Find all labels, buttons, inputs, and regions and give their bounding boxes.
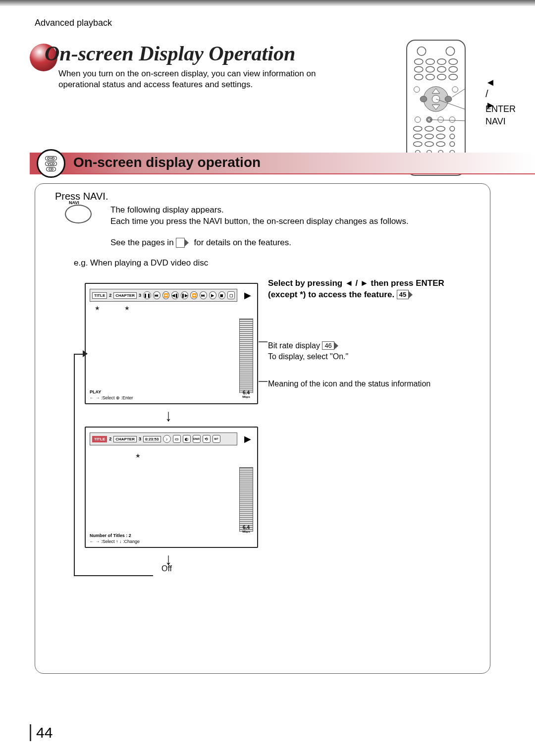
svg-point-19 [432, 95, 439, 103]
play-indicator-icon: ▶ [244, 290, 251, 301]
page-header-gradient [0, 0, 535, 6]
bitrate-meter-icon [239, 467, 253, 532]
audio-icon: ♪ [163, 435, 171, 443]
svg-point-0 [417, 47, 426, 55]
select-instruction: Select by pressing ◄ / ► then press ENTE… [268, 278, 471, 301]
instruction-panel: Press NAVI. NAVI The following display a… [35, 183, 490, 674]
subtitle-icon: ▭ [173, 435, 181, 443]
osd-footer: PLAY ← → :Select ⊕ :Enter [90, 389, 253, 400]
flow-arrowhead-icon [83, 350, 88, 357]
osd-title-label: TITLE [92, 292, 107, 299]
ffwd-icon: ⏩ [190, 291, 198, 299]
disc-type-vcd: VCD [45, 162, 57, 166]
svg-line-43 [452, 83, 465, 97]
osd-title-value: 2 [109, 436, 111, 441]
bitrate-meter-icon [239, 319, 253, 393]
disc-type-dvd: DVD [45, 156, 57, 161]
svg-point-11 [426, 74, 434, 80]
flow-line-icon [74, 355, 75, 575]
asterisk-marker: ★ [124, 305, 130, 312]
osd-chapter-label: CHAPTER [113, 436, 137, 442]
svg-point-6 [414, 66, 423, 72]
flow-line-icon [74, 575, 153, 576]
svg-point-34 [450, 134, 455, 139]
svg-point-21 [452, 87, 458, 93]
remote-enter-label: ENTER [485, 103, 535, 115]
svg-point-27 [414, 126, 422, 131]
svg-point-12 [437, 74, 446, 80]
page-header: On-screen Display Operation When you tur… [30, 40, 515, 144]
osd-top-bar: TITLE 2 CHAPTER 3 ❚❚ ⏮ ⏪ ◀❚ ❚▶ ⏩ ⏭ ▶ ◼ ▢ [90, 289, 237, 302]
page-title: On-screen Display Operation [45, 42, 295, 65]
svg-point-8 [437, 66, 446, 72]
disc-type-cd: CD [46, 167, 56, 171]
page-ref-placeholder-icon [176, 238, 184, 248]
page-subtitle: When you turn on the on-screen display, … [58, 68, 356, 90]
body-text-2: See the pages in for details on the feat… [110, 237, 467, 249]
svg-rect-18 [445, 96, 452, 102]
osd-top-bar: TITLE 2 CHAPTER 3 0:23:53 ♪ ▭ ◐ DNR ⟲ BI… [90, 432, 237, 445]
osd-chapter-value: 3 [139, 436, 141, 441]
flow-off-label: Off [161, 564, 172, 573]
svg-point-26 [449, 117, 455, 123]
step-title: Press NAVI. [55, 191, 108, 202]
page-ref-45-icon: 45 [397, 290, 409, 300]
leader-line-icon [259, 341, 268, 342]
osd-chapter-label: CHAPTER [113, 292, 137, 299]
svg-point-4 [437, 59, 446, 65]
repeat-icon: ⟲ [203, 435, 211, 443]
section-title: On-screen display operation [73, 155, 261, 170]
stop-icon: ◼ [218, 291, 226, 299]
svg-point-37 [436, 142, 445, 147]
osd-footer: Number of Titles : 2 ← → :Select ↑ ↓ :Ch… [90, 533, 253, 544]
svg-point-36 [425, 142, 433, 147]
osd-chapter-value: 3 [139, 293, 141, 298]
asterisk-marker: ★ [135, 452, 141, 459]
leader-line-icon [259, 381, 268, 382]
svg-rect-17 [420, 96, 427, 102]
svg-point-5 [449, 59, 457, 65]
play-icon: ▶ [209, 291, 216, 299]
svg-point-13 [449, 74, 457, 80]
pause-icon: ❚❚ [143, 291, 151, 299]
svg-point-20 [414, 87, 420, 93]
osd-title-label: TITLE [92, 436, 107, 442]
svg-point-28 [425, 126, 433, 131]
osd-title-value: 2 [109, 293, 111, 298]
svg-point-33 [436, 134, 445, 139]
bitrate-value: 6.4Mbps [239, 525, 253, 533]
rewind-icon: ⏪ [162, 291, 170, 299]
osd-screen-2: TITLE 2 CHAPTER 3 0:23:53 ♪ ▭ ◐ DNR ⟲ BI… [85, 427, 258, 548]
remote-navi-label: NAVI [485, 115, 535, 128]
page-ref-46-icon: 46 [322, 341, 334, 350]
next-track-icon: ⏭ [200, 291, 207, 299]
svg-point-2 [414, 59, 423, 65]
svg-point-7 [426, 66, 434, 72]
bitrate-note: To display, select "On." [268, 352, 348, 361]
svg-point-30 [450, 126, 455, 131]
asterisk-marker: ★ [95, 305, 100, 312]
svg-point-35 [414, 142, 422, 147]
osd-screen-1: TITLE 2 CHAPTER 3 ❚❚ ⏮ ⏪ ◀❚ ❚▶ ⏩ ⏭ ▶ ◼ ▢… [85, 283, 258, 404]
svg-point-38 [450, 142, 455, 147]
play-indicator-icon: ▶ [244, 433, 251, 444]
navi-button-icon [65, 205, 92, 223]
page-number: 44 [30, 724, 53, 741]
bitrate-label: Bit rate display 46 [268, 341, 334, 350]
svg-point-9 [449, 66, 457, 72]
svg-point-3 [426, 59, 434, 65]
svg-point-32 [425, 134, 433, 139]
svg-point-31 [414, 134, 422, 139]
disc-types-badge: DVD VCD CD [37, 149, 65, 178]
svg-point-22 [415, 117, 421, 123]
angle-icon: ◐ [183, 435, 191, 443]
prev-track-icon: ⏮ [153, 291, 160, 299]
example-caption: e.g. When playing a DVD video disc [74, 258, 208, 268]
meaning-note: Meaning of the icon and the status infor… [268, 379, 430, 388]
flow-down-arrow-icon: ↓ [165, 406, 172, 425]
svg-line-45 [429, 119, 465, 121]
bitrate-toggle-icon: BIT [213, 435, 220, 443]
svg-point-10 [414, 74, 423, 80]
svg-point-1 [446, 47, 454, 55]
marker-icon: ▢ [227, 291, 235, 299]
